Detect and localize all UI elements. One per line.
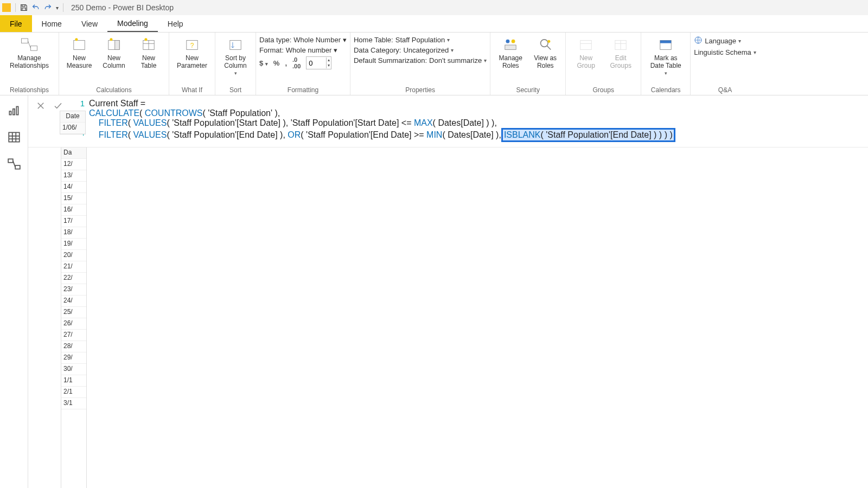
tab-help[interactable]: Help [158,15,193,32]
grid-row[interactable]: 23/ [61,284,86,296]
svg-rect-29 [660,41,671,43]
undo-icon[interactable] [30,2,42,14]
tab-modeling[interactable]: Modeling [107,15,158,32]
grid-row[interactable]: 1/06/ [60,123,85,134]
grid-row[interactable]: 14/ [61,182,86,193]
view-as-roles-button[interactable]: View as Roles [528,35,562,69]
tab-view[interactable]: View [72,15,107,32]
qat-customize-icon[interactable]: ▾ [54,5,61,11]
tab-file[interactable]: File [0,15,32,32]
svg-rect-40 [15,165,20,169]
ribbon-group-whatif: ? New Parameter What If [169,33,215,95]
grid-row[interactable]: 30/ [61,364,86,375]
grid-row[interactable]: 19/ [61,239,86,250]
ribbon-group-security: Manage Roles View as Roles Security [490,33,566,95]
grid-rows: 12/13/14/15/16/17/18/19/20/21/22/23/24/2… [61,159,86,409]
ribbon-group-relationships: Manage Relationships Relationships [0,33,59,95]
grid-row[interactable]: 3/1 [61,398,86,409]
edit-groups-icon [611,36,630,54]
data-view-icon[interactable] [7,130,21,144]
grid-row[interactable]: 12/ [61,159,86,170]
data-grid-col-date[interactable]: Date 1/06/ [60,111,86,134]
new-group-button: New Group [569,35,603,69]
new-column-button[interactable]: New Column [97,35,131,69]
grid-row[interactable]: 17/ [61,216,86,227]
svg-rect-32 [12,109,14,115]
redo-icon[interactable] [42,2,54,14]
column-header[interactable]: Da [61,147,86,159]
data-grid[interactable]: Date 1/06/ Da 12/13/14/15/16/17/18/19/20… [28,147,868,488]
main-area: 1 Current Staff = 2 CALCULATE( COUNTROWS… [28,95,868,488]
grid-row[interactable]: 22/ [61,273,86,284]
model-view-icon[interactable] [7,157,21,171]
new-table-button[interactable]: New Table [132,35,165,69]
report-view-icon[interactable] [7,103,21,117]
svg-line-4 [28,41,30,48]
svg-rect-19 [505,45,516,50]
menu-tab-bar: File Home View Modeling Help [0,15,868,33]
ribbon-group-calendars: Mark as Date Table ▾ Calendars [641,33,691,95]
chevron-down-icon: ▾ [334,46,337,54]
ribbon-group-properties: Home Table: Staff Population ▾ Data Cate… [350,33,490,95]
chevron-down-icon: ▾ [754,49,756,55]
tab-home[interactable]: Home [32,15,72,32]
grid-row[interactable]: 2/1 [61,387,86,398]
grid-row[interactable]: 18/ [61,227,86,239]
grid-row[interactable]: 21/ [61,261,86,273]
grid-row[interactable]: 1/1 [61,375,86,387]
grid-row[interactable]: 28/ [61,341,86,352]
percent-button[interactable]: % [273,59,280,67]
new-parameter-button[interactable]: ? New Parameter [173,35,212,69]
ribbon-group-qa: Language ▾ Linguistic Schema ▾ Q&A [691,33,760,95]
globe-icon [694,36,703,46]
grid-row[interactable]: 13/ [61,170,86,182]
view-switcher [0,95,28,488]
svg-text:?: ? [190,42,194,49]
thousands-button[interactable]: , [285,59,287,67]
grid-row[interactable]: 26/ [61,318,86,330]
sort-by-column-button[interactable]: Sort by Column ▾ [219,35,252,77]
grid-row[interactable]: 29/ [61,352,86,364]
decimal-places-input[interactable]: ▴▾ [306,56,331,69]
svg-rect-31 [9,111,11,115]
format-dropdown[interactable]: Format: Whole number ▾ [259,46,347,54]
formula-bar: 1 Current Staff = 2 CALCULATE( COUNTROWS… [28,95,868,147]
column-header-date[interactable]: Date [60,111,85,123]
home-table-dropdown[interactable]: Home Table: Staff Population ▾ [354,36,487,44]
mark-as-date-table-button[interactable]: Mark as Date Table ▾ [644,35,687,77]
svg-line-41 [12,161,15,168]
data-type-dropdown[interactable]: Data type: Whole Number ▾ [259,36,347,44]
svg-rect-16 [230,41,241,50]
group-label-relationships: Relationships [10,86,49,94]
grid-row[interactable]: 24/ [61,296,86,307]
cancel-formula-button[interactable] [34,99,48,113]
currency-button[interactable]: $ ▾ [259,59,268,67]
svg-rect-2 [22,38,28,43]
grid-row[interactable]: 25/ [61,307,86,318]
window-title: 250 Demo - Power BI Desktop [71,3,174,12]
linguistic-schema-dropdown[interactable]: Linguistic Schema ▾ [694,48,756,56]
grid-row[interactable]: 27/ [61,330,86,341]
manage-relationships-button[interactable]: Manage Relationships [3,35,55,69]
save-icon[interactable] [18,2,30,14]
svg-rect-5 [74,41,85,50]
svg-point-18 [512,40,515,43]
svg-rect-39 [8,159,13,163]
default-summarization-dropdown[interactable]: Default Summarization: Don't summarize ▾ [354,56,487,65]
data-grid-col2[interactable]: Da 12/13/14/15/16/17/18/19/20/21/22/23/2… [61,147,87,488]
sort-icon [226,36,245,54]
svg-rect-0 [22,5,25,7]
manage-roles-button[interactable]: Manage Roles [494,35,527,69]
formula-editor[interactable]: 1 Current Staff = 2 CALCULATE( COUNTROWS… [71,95,868,147]
column-icon [105,36,123,54]
decimal-spinner[interactable]: ▴▾ [326,57,331,68]
grid-row[interactable]: 20/ [61,250,86,261]
ribbon-group-sort: Sort by Column ▾ Sort [215,33,256,95]
calendar-icon [656,36,675,54]
grid-row[interactable]: 15/ [61,193,86,204]
grid-row[interactable]: 16/ [61,204,86,216]
language-dropdown[interactable]: Language ▾ [694,36,741,46]
decimal-places-value[interactable] [307,59,326,67]
data-category-dropdown[interactable]: Data Category: Uncategorized ▾ [354,46,487,54]
new-measure-button[interactable]: New Measure [62,35,96,69]
